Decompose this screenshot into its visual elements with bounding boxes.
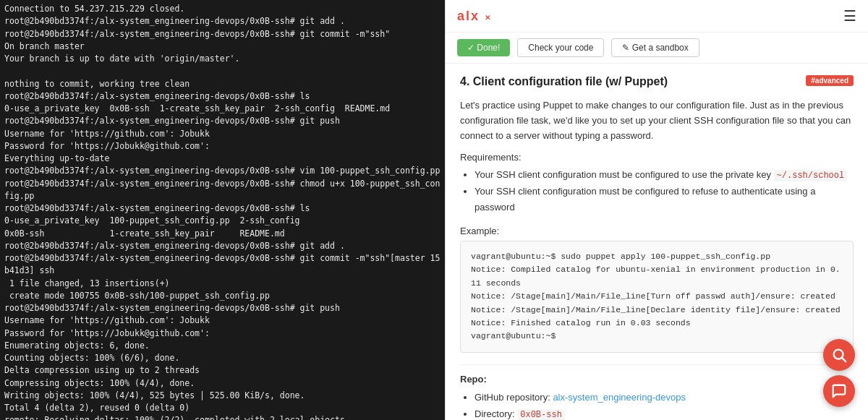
repo-dir-value: 0x0B-ssh [517,409,565,420]
hamburger-icon[interactable]: ☰ [843,7,856,25]
done-button-top[interactable]: ✓ Done! [457,39,510,56]
code-example: vagrant@ubuntu:~$ sudo puppet apply 100-… [460,241,854,353]
search-bubble[interactable] [823,339,855,371]
repo-section: Repo: GitHub repository: alx-system_engi… [460,364,854,420]
task-header: 4. Client configuration file (w/ Puppet)… [460,75,854,88]
svg-line-1 [842,358,846,361]
terminal-output: Connection to 54.237.215.229 closed. roo… [4,3,441,420]
repo-dir-label: Directory: [475,408,515,419]
header: alx ✕ ☰ [446,0,868,33]
repo-label: Repo: [460,374,854,385]
example-label: Example: [460,226,854,236]
advanced-badge: #advanced [806,75,854,86]
check-code-button-top[interactable]: Check your code [517,38,604,57]
requirements-list: Your SSH client configuration must be co… [475,167,854,215]
code-school: ~/.ssh/school [774,170,848,181]
repo-dir: Directory: 0x0B-ssh [475,406,854,420]
top-action-bar: ✓ Done! Check your code ✎ Get a sandbox [446,33,868,64]
requirement-1: Your SSH client configuration must be co… [475,167,854,183]
right-panel: alx ✕ ☰ ✓ Done! Check your code ✎ Get a … [445,0,868,420]
task-title: 4. Client configuration file (w/ Puppet) [460,75,668,88]
repo-github-link[interactable]: alx-system_engineering-devops [553,392,686,403]
sandbox-button[interactable]: ✎ Get a sandbox [611,38,699,57]
requirement-2: Your SSH client configuration must be co… [475,184,854,215]
logo-x: ✕ [485,14,492,22]
repo-github: GitHub repository: alx-system_engineerin… [475,389,854,406]
terminal-panel: Connection to 54.237.215.229 closed. roo… [0,0,445,420]
task-description: Let's practice using Puppet to make chan… [460,98,854,143]
requirements-label: Requirements: [460,152,854,163]
alx-logo: alx ✕ [457,9,492,24]
chat-bubble[interactable] [823,375,855,407]
repo-list: GitHub repository: alx-system_engineerin… [475,389,854,420]
repo-github-label: GitHub repository: [475,392,550,403]
task-content: 4. Client configuration file (w/ Puppet)… [446,64,868,420]
